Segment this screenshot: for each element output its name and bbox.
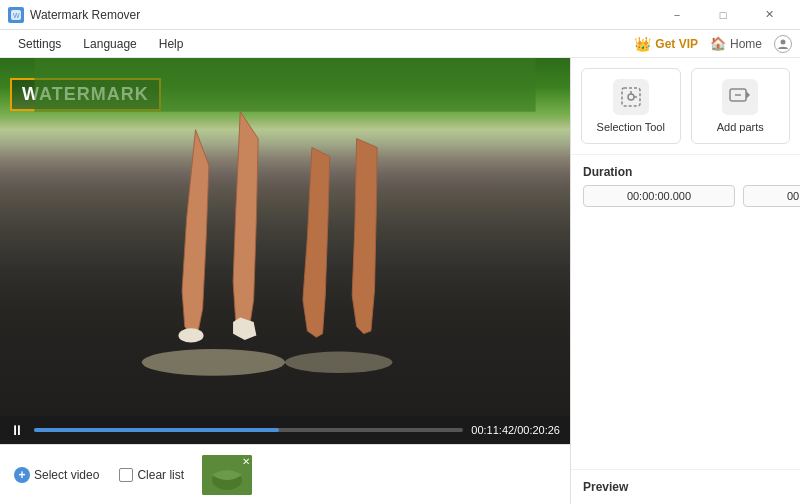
selection-tool-label: Selection Tool <box>597 121 665 133</box>
svg-rect-3 <box>34 58 535 112</box>
right-panel: Selection Tool Add parts Duration <box>570 58 800 504</box>
get-vip-button[interactable]: 👑 Get VIP <box>634 36 698 52</box>
play-pause-button[interactable]: ⏸ <box>10 422 26 438</box>
title-bar: W Watermark Remover − □ ✕ <box>0 0 800 30</box>
close-button[interactable]: ✕ <box>746 0 792 30</box>
menu-help[interactable]: Help <box>149 33 194 55</box>
svg-marker-14 <box>746 91 750 99</box>
svg-point-2 <box>781 39 786 44</box>
duration-start-input[interactable] <box>583 185 735 207</box>
add-parts-icon <box>722 79 758 115</box>
menu-settings[interactable]: Settings <box>8 33 71 55</box>
minimize-button[interactable]: − <box>654 0 700 30</box>
thumbnail-remove-icon[interactable]: ✕ <box>242 456 250 467</box>
preview-label: Preview <box>583 480 788 494</box>
add-parts-label: Add parts <box>717 121 764 133</box>
crown-icon: 👑 <box>634 36 651 52</box>
maximize-button[interactable]: □ <box>700 0 746 30</box>
video-controls: ⏸ 00:11:42/00:20:26 <box>0 416 570 444</box>
bottom-bar: + Select video Clear list ✕ <box>0 444 570 504</box>
home-label: Home <box>730 37 762 51</box>
home-button[interactable]: 🏠 Home <box>710 36 762 51</box>
window-controls: − □ ✕ <box>654 0 792 30</box>
video-thumbnail[interactable]: ✕ <box>202 455 252 495</box>
select-video-label: Select video <box>34 468 99 482</box>
add-icon: + <box>14 467 30 483</box>
preview-section: Preview <box>571 469 800 504</box>
app-icon: W <box>8 7 24 23</box>
selection-tool-icon <box>613 79 649 115</box>
svg-point-6 <box>285 352 392 373</box>
main-area: WATERMARK <box>0 58 800 504</box>
progress-bar[interactable] <box>34 428 463 432</box>
left-panel: WATERMARK <box>0 58 570 504</box>
checkbox-icon <box>119 468 133 482</box>
menu-right: 👑 Get VIP 🏠 Home <box>634 35 792 53</box>
add-parts-button[interactable]: Add parts <box>691 68 791 144</box>
svg-point-10 <box>628 94 634 100</box>
get-vip-label: Get VIP <box>655 37 698 51</box>
selection-tool-button[interactable]: Selection Tool <box>581 68 681 144</box>
title-bar-left: W Watermark Remover <box>8 7 140 23</box>
user-avatar[interactable] <box>774 35 792 53</box>
duration-title: Duration <box>583 165 788 179</box>
menu-items: Settings Language Help <box>8 33 193 55</box>
svg-rect-9 <box>622 88 640 106</box>
menu-language[interactable]: Language <box>73 33 146 55</box>
duration-end-input[interactable] <box>743 185 800 207</box>
home-icon: 🏠 <box>710 36 726 51</box>
horse-legs-illustration <box>0 58 570 416</box>
video-area: WATERMARK <box>0 58 570 416</box>
duration-inputs <box>583 185 788 207</box>
time-display: 00:11:42/00:20:26 <box>471 424 560 436</box>
clear-list-button[interactable]: Clear list <box>113 464 190 486</box>
svg-text:W: W <box>13 12 20 19</box>
clear-list-label: Clear list <box>137 468 184 482</box>
tools-section: Selection Tool Add parts <box>571 58 800 155</box>
app-title: Watermark Remover <box>30 8 140 22</box>
duration-section: Duration <box>571 155 800 217</box>
menu-bar: Settings Language Help 👑 Get VIP 🏠 Home <box>0 30 800 58</box>
select-video-button[interactable]: + Select video <box>8 463 105 487</box>
svg-point-5 <box>142 349 285 376</box>
svg-point-4 <box>178 328 203 342</box>
progress-fill <box>34 428 279 432</box>
